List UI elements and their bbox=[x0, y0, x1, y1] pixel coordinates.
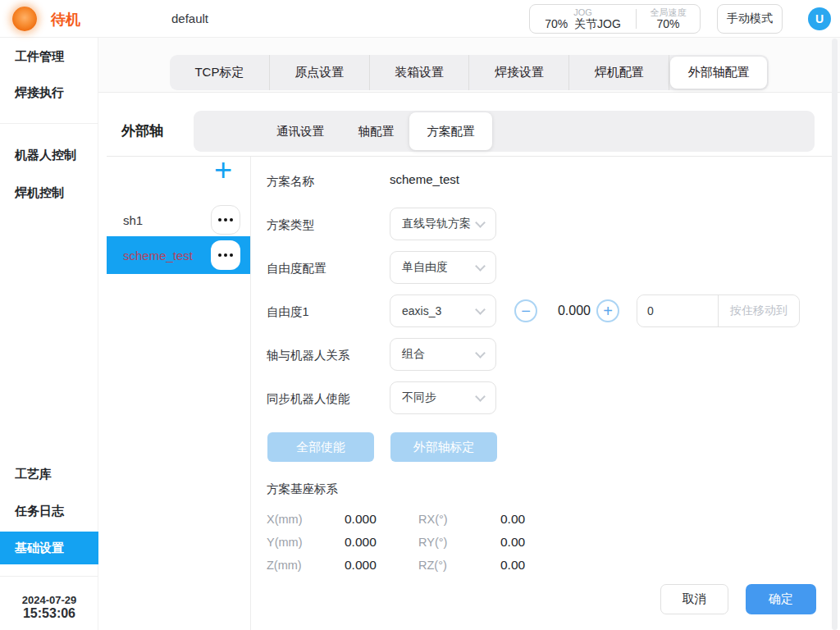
jog-group-label: JOG bbox=[573, 7, 592, 18]
coord-label-rx: RX(°) bbox=[418, 513, 448, 526]
sidebar-item-basic-settings[interactable]: 基础设置 bbox=[0, 532, 98, 564]
coord-value-rx: 0.00 bbox=[500, 512, 525, 527]
settings-tab-bar: TCP标定 原点设置 装箱设置 焊接设置 焊机配置 外部轴配置 bbox=[170, 55, 769, 90]
app-logo-icon bbox=[12, 7, 37, 31]
sidebar-item-weld-exec[interactable]: 焊接执行 bbox=[0, 76, 98, 109]
dof1-axis-dropdown[interactable]: eaxis_3 bbox=[390, 294, 496, 327]
coord-label-z: Z(mm) bbox=[267, 559, 302, 572]
sync-robot-enable-label: 同步机器人使能 bbox=[267, 391, 350, 407]
dof1-label: 自由度1 bbox=[267, 304, 309, 320]
scheme-name-value: scheme_test bbox=[390, 172, 459, 186]
coord-value-z: 0.000 bbox=[345, 558, 377, 573]
robot-status-label: 待机 bbox=[51, 10, 80, 30]
manual-mode-button[interactable]: 手动模式 bbox=[717, 4, 783, 34]
project-name: default bbox=[171, 11, 208, 25]
sync-robot-enable-dropdown[interactable]: 不同步 bbox=[390, 381, 496, 414]
chevron-down-icon bbox=[475, 391, 486, 402]
base-frame-label: 方案基座标系 bbox=[267, 482, 338, 497]
external-axis-subtab-bar: 通讯设置 轴配置 方案配置 bbox=[194, 111, 815, 152]
hold-to-move-button[interactable]: 按住移动到 bbox=[719, 295, 799, 326]
chevron-down-icon bbox=[475, 217, 486, 228]
scheme-list-item[interactable]: sh1 bbox=[107, 201, 250, 239]
sidebar-divider bbox=[0, 123, 98, 124]
sidebar-nav: 工件管理 焊接执行 机器人控制 焊机控制 工艺库 任务日志 基础设置 2024-… bbox=[0, 38, 98, 630]
tab-tcp-calibration[interactable]: TCP标定 bbox=[170, 55, 269, 90]
subtab-axis-config[interactable]: 轴配置 bbox=[345, 111, 407, 152]
sidebar-item-process-lib[interactable]: 工艺库 bbox=[0, 458, 98, 491]
enable-all-button[interactable]: 全部使能 bbox=[267, 432, 374, 462]
sidebar-item-workpiece[interactable]: 工件管理 bbox=[0, 40, 98, 73]
scheme-type-dropdown[interactable]: 直线导轨方案 bbox=[390, 208, 496, 240]
main-content: TCP标定 原点设置 装箱设置 焊接设置 焊机配置 外部轴配置 外部轴 通讯设置… bbox=[98, 38, 840, 630]
chevron-down-icon bbox=[475, 348, 486, 358]
list-form-divider bbox=[250, 157, 251, 630]
coord-value-y: 0.000 bbox=[345, 535, 377, 550]
coord-label-ry: RY(°) bbox=[418, 536, 447, 549]
axis-robot-relation-dropdown[interactable]: 组合 bbox=[390, 338, 496, 371]
scheme-more-button[interactable] bbox=[211, 205, 240, 235]
coord-value-ry: 0.00 bbox=[500, 535, 525, 550]
dof-config-label: 自由度配置 bbox=[267, 261, 326, 276]
current-time: 15:53:06 bbox=[0, 606, 98, 621]
confirm-button[interactable]: 确定 bbox=[746, 584, 816, 614]
user-avatar[interactable]: U bbox=[808, 7, 831, 30]
scheme-more-button[interactable] bbox=[211, 240, 240, 270]
jog-speed-group: JOG 70% 关节JOG 全局速度 70% bbox=[529, 4, 701, 34]
scheme-type-label: 方案类型 bbox=[267, 217, 314, 233]
sidebar-divider bbox=[0, 576, 98, 577]
global-speed-label: 全局速度 bbox=[651, 7, 687, 18]
add-scheme-button[interactable]: + bbox=[208, 158, 238, 187]
cancel-button[interactable]: 取消 bbox=[660, 584, 728, 614]
scheme-list-item-selected[interactable]: scheme_test bbox=[107, 236, 250, 274]
scheme-name-label: 方案名称 bbox=[267, 174, 314, 189]
chevron-down-icon bbox=[475, 261, 486, 272]
scheme-name-scheme-test: scheme_test bbox=[123, 236, 193, 274]
tab-boxing-settings[interactable]: 装箱设置 bbox=[369, 55, 469, 90]
subtab-scheme-config[interactable]: 方案配置 bbox=[409, 112, 492, 150]
scheme-name-sh1: sh1 bbox=[123, 201, 143, 239]
panel-title: 外部轴 bbox=[121, 121, 163, 140]
move-target-input[interactable] bbox=[637, 295, 719, 326]
sidebar-item-task-log[interactable]: 任务日志 bbox=[0, 495, 98, 527]
global-speed-selector[interactable]: 全局速度 70% bbox=[637, 5, 700, 33]
dof-config-dropdown[interactable]: 单自由度 bbox=[390, 251, 496, 284]
tab-welding-settings[interactable]: 焊接设置 bbox=[468, 55, 568, 90]
global-speed-value: 70% bbox=[656, 17, 679, 30]
move-to-group: 按住移动到 bbox=[637, 294, 800, 327]
sidebar-item-welder-control[interactable]: 焊机控制 bbox=[0, 176, 98, 209]
more-dots-icon bbox=[218, 218, 221, 221]
coord-label-x: X(mm) bbox=[267, 513, 303, 526]
sidebar-item-robot-control[interactable]: 机器人控制 bbox=[0, 139, 98, 171]
settings-tab-strip: TCP标定 原点设置 装箱设置 焊接设置 焊机配置 外部轴配置 bbox=[98, 38, 840, 93]
chevron-down-icon bbox=[475, 304, 486, 315]
subtab-communication[interactable]: 通讯设置 bbox=[263, 111, 337, 152]
tab-origin-settings[interactable]: 原点设置 bbox=[269, 55, 369, 90]
top-bar: 待机 default JOG 70% 关节JOG 全局速度 70% 手动模式 U bbox=[0, 0, 840, 38]
jog-mode-selector[interactable]: JOG 70% 关节JOG bbox=[530, 5, 636, 33]
tab-welder-config[interactable]: 焊机配置 bbox=[568, 55, 669, 90]
jog-plus-button[interactable]: + bbox=[596, 299, 619, 322]
current-date: 2024-07-29 bbox=[0, 594, 98, 606]
more-dots-icon bbox=[218, 253, 221, 257]
coord-value-x: 0.000 bbox=[345, 512, 377, 527]
coord-label-rz: RZ(°) bbox=[418, 559, 447, 572]
coord-value-rz: 0.00 bbox=[500, 558, 525, 573]
jog-minus-button[interactable]: − bbox=[514, 299, 537, 322]
axis-robot-relation-label: 轴与机器人关系 bbox=[267, 348, 350, 363]
tab-external-axis-config[interactable]: 外部轴配置 bbox=[669, 55, 769, 90]
vertical-scrollbar[interactable] bbox=[832, 39, 838, 630]
jog-mode-value: 70% 关节JOG bbox=[545, 17, 621, 30]
external-axis-calibrate-button[interactable]: 外部轴标定 bbox=[390, 432, 497, 462]
coord-label-y: Y(mm) bbox=[267, 536, 303, 549]
